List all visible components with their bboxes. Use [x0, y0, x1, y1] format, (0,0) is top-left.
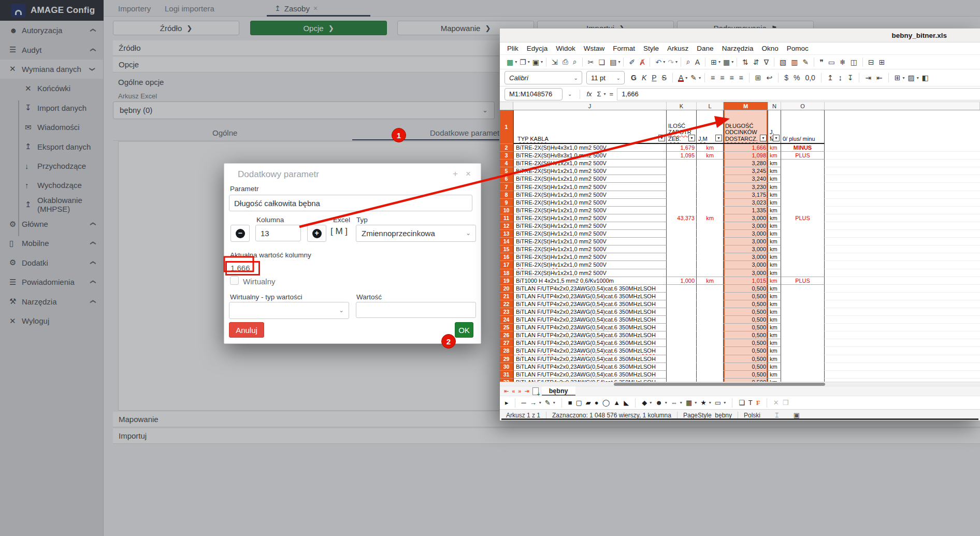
justify-icon[interactable]: ≡	[737, 73, 745, 82]
cell-M26[interactable]: 0,500	[724, 331, 768, 339]
autofilter-icon[interactable]: ∇	[762, 57, 771, 67]
cell-O11[interactable]: PLUS	[781, 214, 825, 222]
clear-formatting-icon[interactable]: Ⱥ	[638, 57, 646, 67]
cell-J26[interactable]: BiT LAN F/UTP 4x2x0,23 AWG (0,54) cat. 6…	[513, 331, 667, 339]
row-header-16[interactable]: 16	[500, 253, 513, 261]
cell-N3[interactable]: km	[768, 152, 781, 160]
cell-O14[interactable]	[781, 238, 825, 245]
cell-L22[interactable]	[697, 300, 724, 308]
wartosc-input[interactable]	[356, 302, 476, 318]
cell-K6[interactable]	[667, 175, 697, 183]
save-state-icon[interactable]: ▣	[794, 411, 800, 419]
chevron-down-icon[interactable]: ⌄	[565, 91, 575, 97]
select-arrow-icon[interactable]: ▸	[505, 399, 509, 407]
row-header-27[interactable]: 27	[500, 339, 513, 347]
cell-K20[interactable]	[667, 285, 697, 293]
open-icon[interactable]: ❐	[517, 57, 528, 67]
cell-L15[interactable]	[697, 245, 724, 253]
new-sheet-icon[interactable]: +	[532, 387, 539, 395]
cell-L9[interactable]	[697, 199, 724, 207]
cell-O3[interactable]: PLUS	[781, 152, 825, 160]
cell-J3[interactable]: BiT RE-2X(St)Hv 8x3x1,0 mm2 500V	[513, 152, 667, 160]
cell-J18[interactable]: BiT RE-2X(St)Hv 1x2x1,0 mm2 500V	[513, 269, 667, 277]
cell-N2[interactable]: km	[768, 144, 781, 152]
autofilter-button[interactable]: ▼	[773, 135, 780, 141]
cell-K15[interactable]	[667, 245, 697, 253]
print-icon[interactable]: ⎙	[560, 57, 570, 67]
cell-N17[interactable]: km	[768, 261, 781, 269]
cell-M18[interactable]: 3,000	[724, 269, 768, 277]
cell-L18[interactable]	[697, 269, 724, 277]
cell-N28[interactable]: km	[768, 347, 781, 355]
cell-J21[interactable]: BiT LAN F/UTP 4x2x0,23 AWG (0,54) cat. 6…	[513, 293, 667, 300]
flowchart-icon[interactable]: ▦	[686, 399, 692, 407]
column-header-O[interactable]: O	[781, 102, 825, 110]
freeze-panes-icon[interactable]: ❄	[838, 57, 848, 67]
paste-icon[interactable]: ▤	[608, 57, 618, 67]
chevron-down-icon[interactable]: ▾	[515, 60, 517, 64]
column-header-L[interactable]: L	[697, 102, 724, 110]
wirtualny-typ-select[interactable]: ⌄	[229, 302, 349, 319]
row-header-13[interactable]: 13	[500, 230, 513, 238]
header-cell-L[interactable]: J,M▼	[697, 110, 724, 144]
cell-K30[interactable]	[667, 363, 697, 371]
cell-O7[interactable]	[781, 183, 825, 191]
cell-O31[interactable]	[781, 371, 825, 379]
font-name-select[interactable]: Calibri⌄	[505, 71, 582, 84]
close-icon[interactable]: ×	[466, 169, 471, 179]
cell-K11[interactable]: 43,373	[667, 214, 697, 222]
cell-J19[interactable]: BiT 1000 H 4x2x1,5 mm2 0,6/Kv 1000m	[513, 277, 667, 285]
chevron-down-icon[interactable]: ▾	[675, 60, 678, 64]
chevron-down-icon[interactable]: ▾	[541, 60, 543, 64]
row-header-28[interactable]: 28	[500, 347, 513, 355]
cell-N29[interactable]: km	[768, 355, 781, 363]
row-header-26[interactable]: 26	[500, 331, 513, 339]
wirtualny-checkbox[interactable]	[230, 276, 239, 285]
row-header-3[interactable]: 3	[500, 152, 513, 160]
row-header-4[interactable]: 4	[500, 160, 513, 167]
chevron-down-icon[interactable]: ▾	[539, 400, 541, 405]
menu-narzędzia[interactable]: Narzędzia	[718, 45, 758, 52]
cell-N8[interactable]: km	[768, 191, 781, 199]
cell-M5[interactable]: 3,245	[724, 167, 768, 175]
cell-J2[interactable]: BiT RE-2X(St)Hv 4x3x1,0 mm2 500V	[513, 144, 667, 152]
chevron-down-icon[interactable]: ▾	[663, 60, 665, 64]
menu-arkusz[interactable]: Arkusz	[663, 45, 693, 52]
conditional-icon[interactable]: ◧	[920, 73, 931, 82]
cell-O18[interactable]	[781, 269, 825, 277]
cell-K8[interactable]	[667, 191, 697, 199]
cell-L7[interactable]	[697, 183, 724, 191]
cell-L11[interactable]: km	[697, 214, 724, 222]
star-icon[interactable]: ★	[700, 399, 707, 407]
cell-N5[interactable]: km	[768, 167, 781, 175]
cell-M28[interactable]: 0,500	[724, 347, 768, 355]
cell-M7[interactable]: 3,230	[724, 183, 768, 191]
cell-K13[interactable]	[667, 230, 697, 238]
row-header-5[interactable]: 5	[500, 167, 513, 175]
cell-O25[interactable]	[781, 324, 825, 331]
cell-N23[interactable]: km	[768, 308, 781, 316]
cell-O27[interactable]	[781, 339, 825, 347]
sheet-tab-bebny[interactable]: bębny	[542, 386, 575, 396]
row-header-18[interactable]: 18	[500, 269, 513, 277]
cell-N14[interactable]: km	[768, 238, 781, 245]
cell-J13[interactable]: BiT RE-2X(St)Hv 1x2x1,0 mm2 500V	[513, 230, 667, 238]
cell-N20[interactable]: km	[768, 285, 781, 293]
cell-L10[interactable]	[697, 207, 724, 214]
chevron-down-icon[interactable]: ▾	[695, 400, 697, 405]
cell-J16[interactable]: BiT RE-2X(St)Hv 1x2x1,0 mm2 500V	[513, 253, 667, 261]
row-header-19[interactable]: 19	[500, 277, 513, 285]
cell-J24[interactable]: BiT LAN F/UTP 4x2x0,23 AWG (0,54) cat. 6…	[513, 316, 667, 324]
cell-L5[interactable]	[697, 167, 724, 175]
background-color-icon[interactable]: ▨	[906, 73, 917, 82]
menu-style[interactable]: Style	[639, 45, 663, 52]
cell-M13[interactable]: 3,000	[724, 230, 768, 238]
cell-L21[interactable]	[697, 293, 724, 300]
cell-L29[interactable]	[697, 355, 724, 363]
cell-M25[interactable]: 0,500	[724, 324, 768, 331]
parametr-input[interactable]	[229, 195, 472, 211]
cell-O26[interactable]	[781, 331, 825, 339]
cell-K14[interactable]	[667, 238, 697, 245]
align-right-icon[interactable]: ≡	[727, 73, 736, 82]
underline-icon[interactable]: P	[650, 73, 658, 82]
